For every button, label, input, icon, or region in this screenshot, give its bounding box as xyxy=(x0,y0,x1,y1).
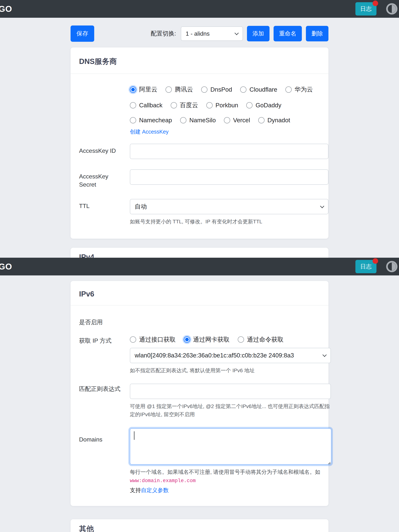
theme-contrast-icon[interactable] xyxy=(386,3,398,15)
ttl-select-value: 自动 xyxy=(135,203,316,211)
radio-icon xyxy=(201,86,208,93)
delete-config-button[interactable]: 删除 xyxy=(306,26,329,41)
radio-icon xyxy=(184,336,190,343)
theme-contrast-icon[interactable] xyxy=(386,261,398,272)
regex-help-text: 可使用 @1 指定第一个IPv6地址, @2 指定第二个IPv6地址... 也可… xyxy=(130,402,331,418)
ipv6-enable-label: 是否启用 xyxy=(79,317,121,326)
accesskey-id-label: AccessKey ID xyxy=(79,144,121,159)
provider-radio-namecheap[interactable]: Namecheap xyxy=(130,117,172,124)
log-notification-dot xyxy=(373,258,378,264)
provider-radio-row-2: Callback 百度云 Porkbun GoDaddy xyxy=(130,101,320,109)
radio-icon xyxy=(258,117,265,123)
method-radio-command[interactable]: 通过命令获取 xyxy=(238,336,284,344)
provider-radio-huawei[interactable]: 华为云 xyxy=(285,85,313,94)
custom-params-link[interactable]: 自定义参数 xyxy=(141,487,169,493)
dns-provider-title: DNS服务商 xyxy=(79,56,320,66)
radio-icon xyxy=(238,336,244,343)
provider-radio-baidu[interactable]: 百度云 xyxy=(171,101,198,109)
domains-textarea[interactable] xyxy=(130,428,331,465)
ttl-label: TTL xyxy=(79,199,121,226)
other-title: 其他 xyxy=(79,524,320,532)
radio-icon xyxy=(130,336,136,343)
method-radio-netcard[interactable]: 通过网卡获取 xyxy=(184,336,230,344)
second-navbar: GO 日志 xyxy=(0,258,399,275)
regex-input[interactable] xyxy=(130,384,331,399)
provider-radio-row-3: Namecheap NameSilo Vercel Dynadot xyxy=(130,117,320,124)
radio-icon xyxy=(130,102,136,108)
accesskey-id-input[interactable] xyxy=(130,144,329,159)
save-button[interactable]: 保存 xyxy=(70,25,94,42)
provider-radio-dynadot[interactable]: Dynadot xyxy=(258,117,290,124)
domains-example-text: www:domain.example.com xyxy=(130,478,331,484)
top-navbar: GO 日志 xyxy=(0,0,399,18)
ipv6-title: IPv6 xyxy=(79,290,320,298)
netcard-select-value: wlan0[2409:8a34:263e:36a0:be1c:af50:c0b:… xyxy=(135,352,319,359)
provider-radio-tencent[interactable]: 腾讯云 xyxy=(165,85,193,94)
ipv6-card: IPv6 是否启用 获取 IP 方式 通过接口获取 通过网卡获取 通过命令获取 … xyxy=(70,281,329,506)
create-accesskey-link[interactable]: 创建 AccessKey xyxy=(130,128,169,136)
provider-radio-callback[interactable]: Callback xyxy=(130,102,163,109)
radio-icon xyxy=(180,117,186,123)
config-select-value: 1 - alidns xyxy=(186,30,231,37)
radio-icon xyxy=(130,86,136,93)
toolbar: 保存 配置切换: 1 - alidns 添加 重命名 删除 xyxy=(70,26,329,41)
method-radio-interface[interactable]: 通过接口获取 xyxy=(130,336,176,344)
provider-radio-dnspod[interactable]: DnsPod xyxy=(201,86,232,93)
domains-label: Domains xyxy=(79,428,121,494)
accesskey-secret-input[interactable] xyxy=(130,169,329,185)
rename-config-button[interactable]: 重命名 xyxy=(273,26,302,41)
config-switch-label: 配置切换: xyxy=(151,30,176,38)
other-card: 其他 xyxy=(70,519,329,532)
ipv4-card-fragment: IPv4 xyxy=(70,248,329,258)
log-button-label: 日志 xyxy=(360,263,372,270)
custom-params-row: 支持自定义参数 xyxy=(130,487,331,494)
resize-grip[interactable] xyxy=(328,462,330,464)
radio-icon xyxy=(171,102,177,108)
radio-icon xyxy=(130,117,136,123)
chevron-down-icon xyxy=(323,353,327,357)
radio-icon xyxy=(285,86,292,93)
regex-label: 匹配正则表达式 xyxy=(79,384,121,418)
ttl-select[interactable]: 自动 xyxy=(130,199,329,214)
ttl-help-text: 如账号支持更小的 TTL, 可修改。IP 有变化时才会更新TTL xyxy=(130,218,329,226)
chevron-down-icon xyxy=(320,204,324,208)
radio-icon xyxy=(206,102,213,108)
ipv4-title: IPv4 xyxy=(79,253,320,258)
log-notification-dot xyxy=(373,0,378,6)
provider-radio-porkbun[interactable]: Porkbun xyxy=(206,102,238,109)
dns-provider-card: DNS服务商 阿里云 腾讯云 DnsPod Cloudflare 华为云 Cal… xyxy=(70,47,329,239)
provider-radio-vercel[interactable]: Vercel xyxy=(224,117,250,124)
add-config-button[interactable]: 添加 xyxy=(247,26,270,41)
accesskey-secret-label: AccessKey Secret xyxy=(79,169,121,189)
ip-method-label: 获取 IP 方式 xyxy=(79,336,121,374)
ip-method-radio-row: 通过接口获取 通过网卡获取 通过命令获取 xyxy=(130,336,331,344)
radio-icon xyxy=(165,86,172,93)
domains-help-text: 每行一个域名。如果域名不可注册, 请使用冒号手动将其分为子域名和根域名。如 xyxy=(130,468,331,476)
provider-radio-cloudflare[interactable]: Cloudflare xyxy=(240,86,277,93)
app-logo: GO xyxy=(0,4,12,14)
provider-radio-row-1: 阿里云 腾讯云 DnsPod Cloudflare 华为云 xyxy=(130,85,320,94)
provider-radio-namesilo[interactable]: NameSilo xyxy=(180,117,216,124)
log-button[interactable]: 日志 xyxy=(355,2,376,16)
provider-radio-aliyun[interactable]: 阿里云 xyxy=(130,85,157,94)
provider-radio-godaddy[interactable]: GoDaddy xyxy=(246,102,281,109)
radio-icon xyxy=(224,117,230,123)
log-button-label: 日志 xyxy=(360,6,372,12)
radio-icon xyxy=(240,86,247,93)
netcard-help-text: 如不指定匹配正则表达式, 将默认使用第一个 IPv6 地址 xyxy=(130,367,331,374)
app-logo: GO xyxy=(0,262,12,272)
log-button[interactable]: 日志 xyxy=(355,260,376,273)
netcard-select[interactable]: wlan0[2409:8a34:263e:36a0:be1c:af50:c0b:… xyxy=(130,348,331,363)
radio-icon xyxy=(246,102,253,108)
config-select[interactable]: 1 - alidns xyxy=(181,26,243,41)
text-cursor xyxy=(134,431,134,440)
chevron-down-icon xyxy=(234,31,239,35)
